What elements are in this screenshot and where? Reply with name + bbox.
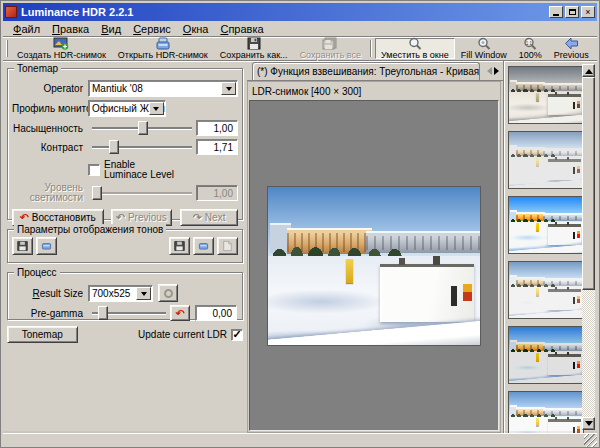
tab-scroll-arrows — [484, 63, 502, 79]
pregamma-label: Pre-gamma — [12, 308, 88, 319]
fill-window-button[interactable]: Fill Window — [455, 38, 513, 59]
new-hdr-button[interactable]: Создать HDR-снимок — [11, 38, 112, 59]
zoom-100-label: 100% — [519, 50, 542, 60]
undo-icon: ↶ — [175, 308, 184, 318]
forward-arrow-icon: ↷ — [193, 213, 202, 223]
photo-roof-vent — [555, 417, 557, 420]
load-params-button[interactable] — [36, 237, 57, 255]
save-params-button[interactable] — [12, 237, 33, 255]
saturation-value[interactable]: 1,00 — [196, 120, 238, 136]
photo-kiosk-door — [573, 102, 575, 109]
luminance-level-row: Уровень светимости 1,00 — [12, 183, 238, 203]
menu-view[interactable]: Вид — [95, 22, 127, 36]
photo-roof-vent — [399, 258, 404, 266]
operator-label: Operator — [12, 83, 88, 94]
fit-window-button[interactable]: Уместить в окне — [375, 38, 455, 59]
load-comments-button[interactable] — [193, 237, 214, 255]
save-icon — [17, 240, 28, 252]
menu-tools[interactable]: Сервис — [127, 22, 177, 36]
photo-yellow-sign — [536, 288, 538, 296]
open-hdr-label: Открыть HDR-снимок — [118, 50, 208, 60]
image-viewport[interactable] — [249, 100, 499, 431]
minimize-button[interactable] — [549, 6, 563, 18]
maximize-icon — [569, 9, 576, 15]
monitor-profile-select[interactable]: Офисный ЖК-монитор — [88, 100, 166, 117]
save-all-button: Сохранить все — [294, 38, 367, 59]
slider-handle[interactable] — [138, 121, 148, 135]
saturation-slider[interactable] — [92, 120, 192, 136]
open-hdr-button[interactable]: Открыть HDR-снимок — [112, 38, 214, 59]
menu-file[interactable]: Файл — [7, 22, 46, 36]
tab-scroll-right-button[interactable] — [493, 63, 502, 79]
ldr-thumbnail[interactable] — [509, 327, 583, 383]
custom-size-button[interactable] — [158, 284, 178, 302]
apply-params-button — [217, 237, 238, 255]
scroll-up-button[interactable] — [582, 64, 595, 77]
photo-white-kiosk — [380, 264, 473, 322]
photo-yellow-sign — [346, 259, 352, 283]
ldr-thumbnail[interactable] — [509, 262, 583, 318]
chevron-down-icon[interactable] — [149, 102, 164, 115]
slider-handle — [92, 186, 102, 200]
update-ldr-checkbox[interactable]: ✓ — [231, 329, 243, 341]
hdr-tab[interactable]: (*) Функция взвешивания: Треугольная - К… — [252, 62, 480, 80]
chevron-down-icon[interactable] — [136, 287, 151, 300]
fill-window-label: Fill Window — [461, 50, 507, 60]
photo-roof-vent — [433, 256, 439, 265]
ldr-thumbnail[interactable] — [509, 197, 583, 253]
save-all-icon — [321, 37, 339, 50]
menu-help[interactable]: Справка — [214, 22, 269, 36]
enable-luminance-checkbox[interactable] — [88, 164, 100, 176]
saturation-row: Насыщенность 1,00 — [12, 120, 238, 136]
pregamma-reset-button[interactable]: ↶ — [170, 305, 190, 321]
preview-sidebar — [503, 61, 597, 433]
ldr-thumbnail[interactable] — [509, 392, 583, 433]
photo-kiosk-sign — [577, 166, 580, 172]
toolbar-handle[interactable] — [6, 40, 8, 57]
save-as-button[interactable]: Сохранить как... — [214, 38, 294, 59]
tonemap-button[interactable]: Tonemap — [7, 326, 78, 343]
photo-kiosk-door — [573, 232, 575, 239]
photo-kiosk-sign — [577, 296, 580, 302]
slider-handle[interactable] — [109, 140, 119, 154]
close-button[interactable]: × — [581, 6, 595, 18]
contrast-row: Контраст 1,71 — [12, 139, 238, 155]
menu-windows[interactable]: Окна — [177, 22, 215, 36]
contrast-value[interactable]: 1,71 — [196, 139, 238, 155]
zoom-100-button[interactable]: 1:1 100% — [513, 38, 548, 59]
operator-select[interactable]: Mantiuk '08 — [88, 80, 238, 97]
scrollbar-thumb[interactable] — [582, 77, 595, 290]
ldr-thumbnail[interactable] — [509, 132, 583, 188]
chevron-down-icon[interactable] — [221, 82, 236, 95]
photo-roof-vent — [567, 352, 569, 355]
ldr-thumbnail[interactable] — [509, 67, 583, 123]
ldr-photo — [509, 67, 583, 123]
ldr-photo — [509, 392, 583, 433]
pregamma-value[interactable]: 0,00 — [195, 305, 237, 321]
monitor-profile-label: Профиль монитора — [12, 103, 88, 114]
result-size-select[interactable]: 700x525 — [88, 285, 153, 302]
scroll-down-button[interactable] — [582, 417, 595, 430]
photo-roof-vent — [567, 417, 569, 420]
pregamma-slider[interactable] — [92, 305, 166, 321]
maximize-button[interactable] — [565, 6, 579, 18]
main-photo-slot — [268, 187, 480, 345]
enable-luminance-row: Enable Luminace Level — [12, 160, 238, 180]
menu-edit[interactable]: Правка — [46, 22, 95, 36]
fit-window-label: Уместить в окне — [381, 50, 449, 60]
next-settings-label: Next — [205, 212, 226, 223]
enable-label-line2: Luminace Level — [104, 170, 174, 180]
photo-kiosk-sign — [577, 361, 580, 367]
previous-frame-button[interactable]: Previous — [548, 38, 595, 59]
ldr-photo — [268, 187, 480, 345]
app-window: Luminance HDR 2.2.1 × Файл Правка Вид Се… — [0, 0, 600, 448]
page-icon — [222, 240, 233, 252]
resize-grip[interactable] — [584, 434, 597, 447]
title-bar[interactable]: Luminance HDR 2.2.1 × — [3, 3, 597, 21]
sidebar-scrollbar[interactable] — [582, 64, 595, 430]
tonemap-action-row: Tonemap Update current LDR ✓ — [6, 326, 244, 343]
save-comments-button[interactable] — [169, 237, 190, 255]
contrast-slider[interactable] — [92, 139, 192, 155]
slider-handle[interactable] — [98, 306, 108, 320]
photo-white-kiosk — [548, 289, 581, 310]
